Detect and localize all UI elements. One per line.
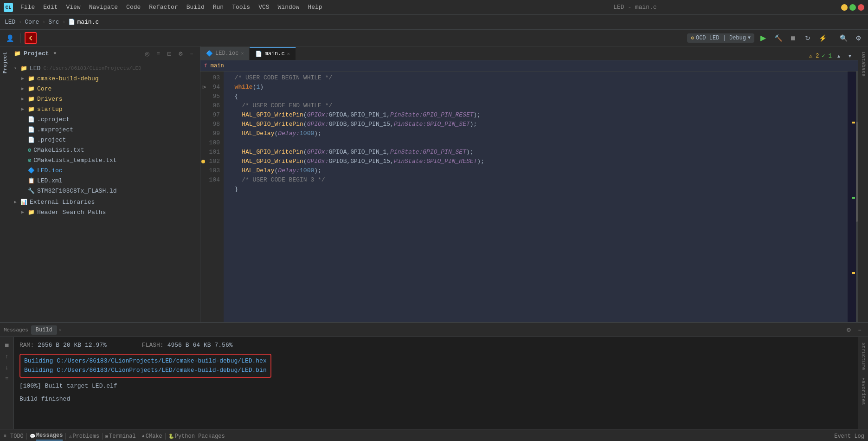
tab-problems[interactable]: Problems [72, 433, 99, 440]
tree-item-cmakelists[interactable]: ▶ ⚙ CMakeLists.txt [10, 145, 200, 155]
breadcrumb-function: f main [204, 63, 224, 69]
tree-item-flash-ld[interactable]: ▶ 🔧 STM32F103C8Tx_FLASH.ld [10, 186, 200, 196]
run-button[interactable]: ▶ [757, 32, 769, 44]
cmake-icon: ⚙ [28, 157, 31, 164]
favorites-side-tab[interactable]: Favorites [859, 374, 868, 409]
minimap[interactable] [848, 71, 858, 322]
stop-build-btn[interactable]: ⏹ [2, 341, 12, 350]
folder-icon: 📁 [28, 75, 35, 82]
breadcrumb-src[interactable]: Src [48, 19, 59, 26]
tree-item-core[interactable]: ▶ 📁 Core [10, 84, 200, 94]
highlighted-messages: Building C:/Users/86183/CLionProjects/LE… [19, 354, 271, 378]
build-config-selector[interactable]: ⚙ OCD LED | Debug ▼ [687, 33, 754, 43]
menu-run[interactable]: Run [209, 2, 227, 13]
messages-icon: 💬 [30, 434, 35, 439]
breadcrumb-file[interactable]: main.c [77, 19, 99, 26]
build-msg-bin: Building C:/Users/86183/CLionProjects/LE… [24, 366, 267, 375]
tree-item-cproject[interactable]: ▶ 📄 .cproject [10, 114, 200, 124]
bottom-panel: Messages Build ✕ ⚙ − ⏹ ↑ ↓ ≡ RAM: 2656 B… [0, 322, 868, 429]
close-button[interactable] [858, 4, 864, 11]
build-tab-close[interactable]: ✕ [59, 327, 62, 333]
reload-button[interactable]: ↻ [802, 32, 814, 44]
maximize-button[interactable] [849, 4, 856, 11]
diagnostics-collapse[interactable]: ▼ [846, 52, 854, 60]
back-button[interactable] [25, 32, 37, 44]
menu-navigate[interactable]: Navigate [85, 2, 122, 13]
build-side-controls: ⏹ ↑ ↓ ≡ [0, 337, 14, 429]
diagnostics-expand[interactable]: ▲ [835, 52, 843, 60]
flash-button[interactable]: ⚡ [817, 32, 829, 44]
tree-item-project[interactable]: ▶ 📄 .project [10, 135, 200, 145]
tab-messages[interactable]: Messages [36, 432, 63, 441]
titlebar: CL File Edit View Navigate Code Refactor… [0, 0, 868, 15]
tree-item-cmakelists-template[interactable]: ▶ ⚙ CMakeLists_template.txt [10, 155, 200, 165]
panel-close[interactable]: − [855, 325, 864, 335]
code-line-98: HAL_GPIO_WritePin( GPIOx: GPIOB,GPIO_PIN… [227, 120, 844, 129]
build-icon: ⚙ [691, 35, 694, 41]
menu-help[interactable]: Help [304, 2, 326, 13]
stop-button[interactable]: ⏹ [787, 32, 799, 44]
tab-python[interactable]: Python Packages [175, 433, 225, 440]
tab-cmake[interactable]: CMake [146, 433, 162, 440]
tree-item-mxproject[interactable]: ▶ 📄 .mxproject [10, 124, 200, 135]
tree-item-cmake-build[interactable]: ▶ 📁 cmake-build-debug [10, 73, 200, 84]
tree-item-header-paths[interactable]: ▶ 📁 Header Search Paths [10, 207, 200, 217]
cmake-icon: ⚙ [28, 147, 31, 154]
tab-todo[interactable]: TODO [10, 433, 24, 440]
structure-side-tab[interactable]: Structure [859, 339, 868, 374]
minimize-button[interactable] [841, 4, 848, 11]
code-line-97: HAL_GPIO_WritePin( GPIOx: GPIOA,GPIO_PIN… [227, 110, 844, 120]
sidebar-close-btn[interactable]: − [187, 49, 196, 58]
align-btn[interactable]: ≡ [2, 374, 12, 383]
panel-settings[interactable]: ⚙ [844, 325, 853, 335]
sidebar-locate-btn[interactable]: ◎ [142, 49, 152, 58]
menu-code[interactable]: Code [122, 2, 144, 13]
menu-refactor[interactable]: Refactor [145, 2, 181, 13]
tree-item-ext-libraries[interactable]: ▶ 📊 External Libraries [10, 197, 200, 207]
account-button[interactable]: 👤 [4, 32, 16, 44]
sidebar-expand-btn[interactable]: ≡ [154, 49, 163, 58]
scroll-up-btn[interactable]: ↑ [2, 352, 12, 361]
search-button[interactable]: 🔍 [837, 32, 849, 44]
tree-item-startup[interactable]: ▶ 📁 startup [10, 104, 200, 114]
menu-window[interactable]: Window [274, 2, 303, 13]
menu-build[interactable]: Build [183, 2, 208, 13]
sidebar-collapse-btn[interactable]: ⊟ [165, 49, 174, 58]
breadcrumb-led[interactable]: LED [5, 19, 15, 26]
menu-tools[interactable]: Tools [228, 2, 254, 13]
tree-item-drivers[interactable]: ▶ 📁 Drivers [10, 94, 200, 104]
breadcrumb-core[interactable]: Core [25, 19, 39, 26]
ioc-icon: 🔷 [28, 167, 35, 174]
menu-file[interactable]: File [17, 2, 39, 13]
file-tree-panel: 📁 Project ▼ ◎ ≡ ⊟ ⚙ − ▾ 📁 LED C:/Users/8… [10, 46, 200, 322]
python-icon: 🐍 [168, 434, 174, 439]
build-tab-active[interactable]: Build [31, 325, 57, 335]
event-log-tab[interactable]: Event Log [834, 433, 864, 440]
code-view[interactable]: /* USER CODE BEGIN WHILE */ while (1) { … [224, 71, 848, 322]
line-104: 104 [200, 175, 220, 185]
tree-item-led-ioc[interactable]: ▶ 🔷 LED.ioc [10, 165, 200, 175]
sidebar-gear-btn[interactable]: ⚙ [176, 49, 185, 58]
menu-edit[interactable]: Edit [39, 2, 61, 13]
tab-main-c[interactable]: 📄 main.c ✕ [250, 47, 296, 60]
tree-item-led-root[interactable]: ▾ 📁 LED C:/Users/86183/CLionProjects/LED [10, 63, 200, 73]
scroll-down-btn[interactable]: ↓ [2, 363, 12, 372]
line-99: 99 [200, 129, 220, 138]
tab-terminal[interactable]: Terminal [109, 433, 136, 440]
settings-button[interactable]: ⚙ [852, 32, 864, 44]
tab-close-main[interactable]: ✕ [287, 51, 290, 57]
bottom-tabs-bar: Messages Build ✕ ⚙ − [0, 323, 868, 337]
code-line-101: HAL_GPIO_WritePin( GPIOx: GPIOA,GPIO_PIN… [227, 148, 844, 157]
menu-view[interactable]: View [62, 2, 84, 13]
build-button[interactable]: 🔨 [772, 32, 784, 44]
window-title: LED - main.c [429, 4, 842, 11]
database-tab[interactable]: Database [859, 48, 868, 80]
scroll-thumb[interactable] [856, 122, 858, 222]
line-102: 102 [200, 157, 220, 166]
tab-close-ioc[interactable]: ✕ [241, 51, 244, 56]
line-94: ⊳ 94 [200, 83, 220, 92]
tree-item-led-xml[interactable]: ▶ 📋 LED.xml [10, 175, 200, 186]
tab-led-ioc[interactable]: 🔷 LED.ioc ✕ [200, 47, 250, 60]
project-tab[interactable]: Project [1, 48, 9, 77]
menu-vcs[interactable]: VCS [255, 2, 273, 13]
